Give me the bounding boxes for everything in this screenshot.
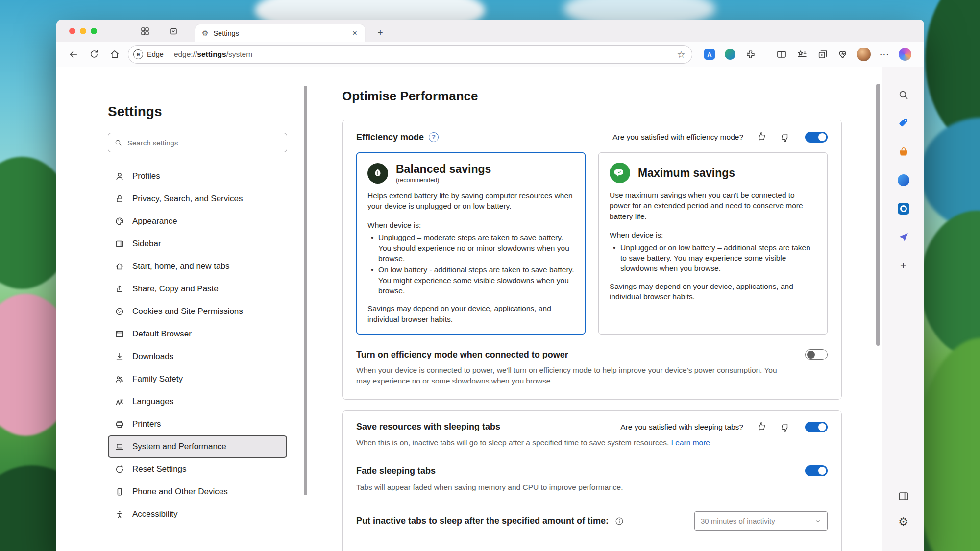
cookie-icon: [115, 307, 124, 316]
recommended-badge: (recommended): [396, 177, 491, 184]
back-button[interactable]: [63, 45, 84, 64]
help-icon[interactable]: ?: [429, 132, 439, 142]
settings-search-input[interactable]: [127, 139, 281, 147]
split-screen-icon: [776, 49, 787, 60]
when-device-label: When device is:: [610, 230, 816, 240]
maximum-savings-option[interactable]: Maximum savings Use maximum savings when…: [598, 152, 828, 335]
thumbs-up-icon: [757, 422, 766, 432]
tab-actions-button[interactable]: [168, 26, 179, 37]
home-button[interactable]: [104, 45, 125, 64]
sidebar-item-share-copy-paste[interactable]: Share, Copy and Paste: [108, 278, 287, 300]
thumbs-up-button[interactable]: [756, 132, 767, 143]
sidebar-shopping-button[interactable]: [897, 117, 910, 130]
sidebar-item-downloads[interactable]: Downloads: [108, 345, 287, 368]
sidebar-item-system-performance[interactable]: System and Performance: [108, 435, 287, 458]
copilot-button[interactable]: [895, 45, 915, 64]
tab-settings[interactable]: ⚙ Settings ×: [195, 24, 365, 42]
sidebar-outlook-button[interactable]: [897, 202, 910, 215]
sidebar-drop-button[interactable]: [897, 231, 910, 243]
balanced-savings-option[interactable]: Balanced savings (recommended) Helps ext…: [356, 152, 586, 335]
info-icon[interactable]: [614, 516, 624, 526]
sidebar-scrollbar-thumb[interactable]: [304, 86, 307, 495]
sidebar-item-appearance[interactable]: Appearance: [108, 210, 287, 233]
page-title: Optimise Performance: [342, 89, 842, 104]
sidebar-item-family-safety[interactable]: Family Safety: [108, 368, 287, 390]
split-screen-button[interactable]: [771, 45, 792, 64]
collections-button[interactable]: [812, 45, 833, 64]
address-bar[interactable]: e Edge edge://settings/system ☆: [128, 45, 692, 64]
efficiency-feedback-question: Are you satisfied with efficiency mode?: [612, 133, 743, 142]
sidebar-item-start-home-tabs[interactable]: Start, home, and new tabs: [108, 255, 287, 278]
sidebar-settings-button[interactable]: ⚙: [897, 515, 910, 528]
thumbs-down-icon: [780, 422, 790, 432]
sleeping-tabs-card: Save resources with sleeping tabs Are yo…: [342, 410, 842, 551]
panel-icon: [898, 490, 909, 502]
extension-button[interactable]: [720, 45, 740, 64]
sidebar-item-privacy[interactable]: Privacy, Search, and Services: [108, 188, 287, 210]
accessibility-icon: [115, 509, 124, 519]
maximum-savings-title: Maximum savings: [638, 167, 735, 179]
close-window-button[interactable]: [69, 28, 75, 34]
plugged-in-toggle[interactable]: [805, 349, 828, 360]
sidebar-search-button[interactable]: [897, 89, 910, 101]
thumbs-down-icon: [780, 132, 790, 142]
sidebar-item-printers[interactable]: Printers: [108, 413, 287, 435]
sidebar-item-languages[interactable]: Languages: [108, 390, 287, 413]
zoom-window-button[interactable]: [91, 28, 97, 34]
puzzle-icon: [745, 49, 756, 60]
sidebar-item-profiles[interactable]: Profiles: [108, 165, 287, 188]
sleep-timeout-label: Put inactive tabs to sleep after the spe…: [356, 516, 609, 526]
favorites-star-list-icon: [797, 49, 808, 60]
extension-icon: [725, 49, 735, 60]
sidebar-item-phone-devices[interactable]: Phone and Other Devices: [108, 480, 287, 503]
when-device-label: When device is:: [368, 220, 574, 230]
sleeping-tabs-toggle[interactable]: [805, 422, 828, 432]
minimize-window-button[interactable]: [80, 28, 86, 34]
thumbs-up-button[interactable]: [756, 422, 767, 432]
chevron-down-icon: [814, 518, 821, 525]
maximum-savings-intro: Use maximum savings when you can't be co…: [610, 190, 816, 221]
sidebar-item-accessibility[interactable]: Accessibility: [108, 503, 287, 526]
sleeping-tabs-description: When this is on, inactive tabs will go t…: [356, 437, 783, 448]
workspaces-icon: [140, 26, 150, 36]
languages-icon: [115, 397, 124, 407]
sidebar-title: Settings: [108, 103, 287, 120]
fade-sleeping-tabs-toggle[interactable]: [805, 465, 828, 476]
efficiency-mode-toggle[interactable]: [805, 132, 828, 143]
efficiency-mode-row: Efficiency mode ? Are you satisfied with…: [356, 132, 828, 143]
sidebar-games-button[interactable]: [897, 145, 910, 158]
m365-icon: [898, 174, 909, 186]
content-scrollbar-thumb[interactable]: [876, 84, 880, 346]
favorites-button[interactable]: [792, 45, 812, 64]
learn-more-link[interactable]: Learn more: [671, 438, 710, 447]
sidebar-item-default-browser[interactable]: Default Browser: [108, 323, 287, 345]
fade-sleeping-tabs-row: Fade sleeping tabs: [356, 465, 828, 476]
plugged-in-row: Turn on efficiency mode when connected t…: [356, 349, 828, 360]
thumbs-down-button[interactable]: [780, 132, 790, 143]
sidebar-panel-toggle-button[interactable]: [897, 490, 910, 503]
sidebar-item-reset-settings[interactable]: Reset Settings: [108, 458, 287, 480]
sidebar-add-button[interactable]: +: [897, 259, 910, 272]
sidebar-item-cookies-permissions[interactable]: Cookies and Site Permissions: [108, 300, 287, 323]
settings-search-box[interactable]: [108, 133, 287, 152]
efficiency-mode-label: Efficiency mode: [356, 132, 424, 143]
plugged-in-description: When your device is connected to power, …: [356, 365, 783, 386]
add-favorite-star-icon[interactable]: ☆: [673, 47, 689, 62]
workspaces-button[interactable]: [140, 26, 150, 37]
refresh-button[interactable]: [84, 45, 104, 64]
tab-close-icon[interactable]: ×: [349, 28, 360, 39]
more-menu-button[interactable]: ⋯: [874, 45, 895, 64]
sleep-timeout-row: Put inactive tabs to sleep after the spe…: [356, 511, 828, 531]
rail-bottom-group: ⚙: [897, 490, 910, 528]
browser-essentials-button[interactable]: [833, 45, 854, 64]
site-info-icon[interactable]: e: [133, 49, 143, 59]
sidebar-m365-button[interactable]: [897, 174, 910, 187]
sidebar-item-sidebar[interactable]: Sidebar: [108, 233, 287, 255]
profile-button[interactable]: [854, 45, 874, 64]
sleep-timeout-select[interactable]: 30 minutes of inactivity: [694, 511, 828, 531]
new-tab-button[interactable]: +: [374, 26, 387, 39]
thumbs-down-button[interactable]: [780, 422, 790, 432]
translate-button[interactable]: A: [699, 45, 720, 64]
extensions-menu-button[interactable]: [740, 45, 761, 64]
url-text: edge://settings/system: [174, 50, 252, 59]
